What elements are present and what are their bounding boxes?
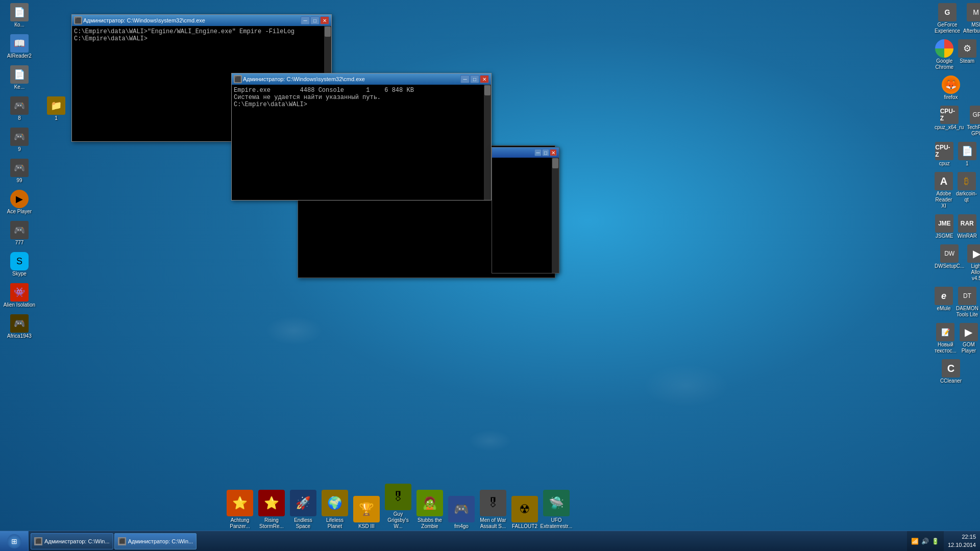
sidebar-item-1[interactable]: 📁 1 — [39, 95, 74, 122]
game-icon-achtung[interactable]: ⭐ Achtung Panzer... — [225, 490, 255, 530]
sidebar-item-geforce[interactable]: G GeForce Experience — [934, 2, 961, 35]
sidebar-item-cpuz64[interactable]: CPU-Z cpuz_x64_ru — [934, 105, 965, 138]
cmd-bg-maximize[interactable]: □ — [310, 16, 320, 24]
sidebar-item-gom[interactable]: ▶ GOM Player — [959, 322, 979, 355]
sidebar-item-daemon[interactable]: DT DAEMON Tools Lite — [955, 286, 979, 319]
sidebar-item-num1[interactable]: 📄 1 — [957, 141, 978, 168]
sidebar-item-chrome[interactable]: Google Chrome — [934, 38, 955, 71]
cmd-front-maximize[interactable]: □ — [470, 75, 479, 83]
sidebar-item-skype[interactable]: S Skype — [2, 251, 37, 278]
sidebar-item-adobe[interactable]: A Adobe Reader XI — [934, 171, 954, 210]
clock-time: 22:15 — [948, 533, 976, 541]
cmd-front-body: Empire.exe 4488 Console 1 6 848 KB Систе… — [232, 85, 491, 200]
game-icon-lifeless[interactable]: 🌍 Lifeless Planet — [320, 490, 350, 530]
sidebar-item-africa1943[interactable]: 🎮 Africa1943 — [2, 313, 37, 340]
sidebar-item-9[interactable]: 🎮 9 — [2, 127, 37, 154]
sidebar-item-lightalloy[interactable]: ▶ Light Alloy v4.5 — [966, 243, 980, 283]
taskbar-cmd2-icon: ⬛ — [118, 537, 126, 545]
firefox-icon: 🦊 — [942, 76, 960, 94]
fm4go-label: fm4go — [454, 523, 469, 530]
rising-label: Rising StormRe... — [256, 517, 287, 530]
game-icon-ksd3[interactable]: 🏆 KSD III — [351, 496, 382, 530]
cmd-front-scrollbar[interactable] — [484, 85, 491, 200]
sidebar-item-cpuz[interactable]: CPU-Z cpuz — [934, 141, 955, 168]
menowar-label: Men of War Assault S... — [478, 517, 508, 530]
cpuz64-label: cpuz_x64_ru — [935, 124, 964, 131]
sidebar-item-aceplayer[interactable]: ▶ Ace Player — [2, 189, 37, 216]
sidebar-item-kon[interactable]: 📄 Ко... — [2, 2, 37, 29]
firefox-label: firefox — [944, 94, 958, 101]
emule-label: eMule — [937, 306, 950, 312]
cmd-bg-close[interactable]: ✕ — [320, 16, 329, 24]
left-sidebar-icons: 📄 Ко... 📖 AIReader2 📄 Ke... 🎮 8 📁 1 🎮 9 — [2, 2, 74, 340]
cmd-bg-title: Администратор: C:\Windows\system32\cmd.e… — [83, 17, 300, 23]
game-icon-menowar[interactable]: 🎖 Men of War Assault S... — [478, 490, 508, 530]
ksd3-label: KSD III — [358, 523, 375, 530]
game-icon-fm4go[interactable]: 🎮 fm4go — [446, 496, 477, 530]
game-icon-fallout2[interactable]: ☢ FALLOUT2 — [509, 496, 540, 530]
sidebar-item-jsgme[interactable]: JME JSGME — [934, 213, 955, 240]
sidebar-item-newtext[interactable]: 📝 Новый текстос... — [934, 322, 958, 355]
cmd-window-foreground[interactable]: ⬛ Администратор: C:\Windows\system32\cmd… — [231, 73, 492, 201]
cpuz-label: cpuz — [939, 161, 950, 167]
taskbar-item-cmd2[interactable]: ⬛ Администратор: C:\Win... — [114, 533, 197, 549]
sidebar-item-aireader[interactable]: 📖 AIReader2 — [2, 33, 37, 60]
sidebar-item-alien[interactable]: 👾 Alien Isolation — [2, 282, 37, 309]
taskbar-item-cmd1[interactable]: ⬛ Администратор: C:\Win... — [31, 533, 113, 549]
stubbs-label: Stubbs the Zombie — [414, 517, 445, 530]
small-window[interactable]: ─ □ ✕ — [492, 147, 559, 273]
small-win-maximize[interactable]: □ — [542, 149, 549, 156]
tray-battery[interactable]: 🔋 — [932, 537, 940, 545]
icon9-label: 9 — [18, 146, 21, 153]
game-icon-ufo[interactable]: 🛸 UFO Extraterrestr... — [541, 490, 572, 530]
cmd-bg-controls: ─ □ ✕ — [301, 16, 329, 24]
tray-network[interactable]: 📶 — [911, 537, 919, 545]
ufo-label: UFO Extraterrestr... — [541, 517, 573, 530]
endless-label: Endless Space — [288, 517, 318, 530]
fm4go-icon: 🎮 — [448, 496, 475, 522]
clock[interactable]: 22:15 12.10.2014 — [944, 533, 980, 549]
sidebar-item-dwsetup[interactable]: DW DWSetupC... — [934, 243, 965, 283]
sidebar-item-steam[interactable]: ⚙ Steam — [957, 38, 978, 71]
cpuz-icon: CPU-Z — [935, 142, 953, 160]
game-icon-stubbs[interactable]: 🧟 Stubbs the Zombie — [414, 490, 445, 530]
sidebar-item-techpow[interactable]: GPU TechPow... GPU-Z — [966, 105, 980, 138]
aceplayer-label: Ace Player — [7, 209, 32, 215]
small-win-body — [492, 158, 559, 273]
newtext-icon: 📝 — [936, 323, 954, 341]
winrar-label: WinRAR — [958, 233, 977, 239]
dwsetup-label: DWSetupC... — [935, 263, 964, 269]
taskbar-cmd1-label: Администратор: C:\Win... — [44, 538, 110, 544]
cmd-bg-minimize[interactable]: ─ — [301, 16, 310, 24]
start-button[interactable]: ⊞ — [0, 531, 29, 552]
sidebar-item-777[interactable]: 🎮 777 — [2, 220, 37, 247]
sidebar-item-firefox[interactable]: 🦊 firefox — [934, 74, 968, 102]
num1-label: 1 — [966, 161, 969, 167]
small-win-minimize[interactable]: ─ — [534, 149, 542, 156]
cmd-bg-line1: C:\Empire\data\WALI>"Engine/WALI_Engine.… — [74, 28, 329, 35]
sidebar-item-msi[interactable]: M MSI Afterburner — [962, 2, 980, 35]
game-icon-endless[interactable]: 🚀 Endless Space — [288, 490, 318, 530]
endless-icon: 🚀 — [290, 490, 316, 516]
sidebar-item-99[interactable]: 🎮 99 — [2, 158, 37, 185]
alien-label: Alien Isolation — [4, 302, 35, 308]
sidebar-item-ke[interactable]: 📄 Ke... — [2, 64, 37, 91]
small-win-scrollbar[interactable] — [552, 158, 559, 273]
sidebar-item-8[interactable]: 🎮 8 — [2, 95, 37, 122]
ufo-icon: 🛸 — [543, 490, 570, 516]
sidebar-item-winrar[interactable]: RAR WinRAR — [957, 213, 978, 240]
game-icon-guy[interactable]: 🎖 Guy Grigsby's W... — [383, 484, 413, 530]
small-win-close[interactable]: ✕ — [550, 149, 557, 156]
cmd-front-minimize[interactable]: ─ — [460, 75, 470, 83]
sidebar-item-ccleaner[interactable]: C CCleaner — [934, 358, 968, 385]
sidebar-item-darkcoin[interactable]: ₿ darkcoin-qt — [955, 171, 978, 210]
icon1-img: 📁 — [47, 96, 65, 115]
tray-volume[interactable]: 🔊 — [921, 537, 929, 545]
sidebar-item-emule[interactable]: e eMule — [934, 286, 954, 319]
icon99-img: 🎮 — [10, 159, 29, 177]
jsgme-label: JSGME — [936, 233, 953, 239]
taskbar-running-items: ⬛ Администратор: C:\Win... ⬛ Администрат… — [29, 533, 907, 549]
taskbar-cmd2-label: Администратор: C:\Win... — [128, 538, 193, 544]
game-icon-rising[interactable]: ⭐ Rising StormRe... — [256, 490, 287, 530]
cmd-front-close[interactable]: ✕ — [480, 75, 489, 83]
